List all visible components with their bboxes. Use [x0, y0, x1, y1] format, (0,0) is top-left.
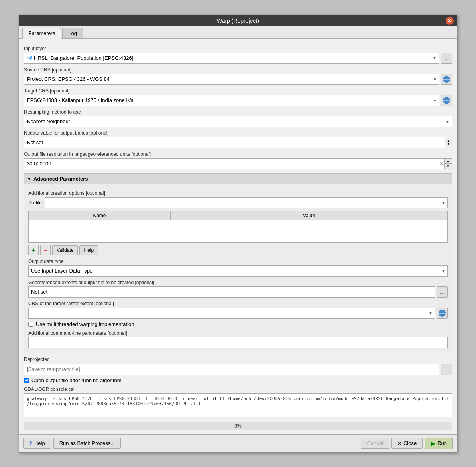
resolution-spin-wrap: ✕ ▲ ▼ — [24, 158, 452, 169]
nodata-input[interactable] — [24, 137, 445, 148]
output-data-type-select[interactable]: Use Input Layer Data Type — [28, 265, 448, 277]
console-label: GDAL/OGR console call — [24, 387, 452, 392]
profile-select-wrap: ▼ — [45, 197, 448, 208]
profile-select[interactable] — [45, 197, 448, 208]
table-col-value-header: Value — [171, 211, 447, 220]
open-output-row: Open output file after running algorithm — [24, 377, 452, 383]
layer-icon: 🗺 — [27, 55, 32, 61]
table-buttons: + − Validate Help — [28, 245, 448, 255]
creation-options-label: Additional creation options [optional] — [28, 190, 448, 196]
table-body — [29, 220, 447, 242]
georef-extents-input[interactable] — [28, 286, 435, 298]
crs-raster-select[interactable] — [28, 308, 435, 319]
bottom-left-buttons: ? Help Run as Batch Process... — [23, 438, 121, 449]
resampling-label: Resampling method to use — [24, 109, 452, 115]
source-crs-select-wrap: Project CRS: EPSG:4326 - WGS 84 ▼ — [24, 74, 439, 85]
profile-row: Profile ▼ — [28, 197, 448, 208]
run-button[interactable]: ▶ Run — [425, 438, 453, 449]
crs-raster-globe-button[interactable] — [437, 308, 448, 319]
input-layer-browse-button[interactable]: … — [441, 53, 452, 64]
help-label: Help — [34, 440, 45, 446]
nodata-label: Nodata value for output bands [optional] — [24, 130, 452, 136]
target-crs-row: EPSG:24383 - Kalianpur 1975 / India zone… — [24, 95, 452, 106]
open-output-label[interactable]: Open output file after running algorithm — [31, 377, 121, 383]
input-layer-row: 🗺 HRSL_Bangalore_Population [EPSG:4326] … — [24, 53, 452, 64]
advanced-section-header[interactable]: ▼ Advanced Parameters — [24, 173, 452, 184]
input-layer-select-wrap: 🗺 HRSL_Bangalore_Population [EPSG:4326] … — [24, 53, 439, 64]
batch-process-button[interactable]: Run as Batch Process... — [53, 438, 121, 449]
progress-text: 0% — [234, 423, 241, 429]
crs-raster-select-wrap: ▼ — [28, 308, 435, 319]
target-crs-select-wrap: EPSG:24383 - Kalianpur 1975 / India zone… — [24, 95, 439, 106]
window-title: Warp (Reproject) — [217, 18, 259, 24]
nodata-spinners: ▲ ▼ — [445, 139, 452, 146]
crs-raster-row: ▼ — [28, 308, 448, 319]
reprojected-browse-button[interactable]: … — [441, 364, 452, 375]
multithreaded-row: Use multithreaded warping implementation — [28, 321, 448, 327]
run-label: Run — [437, 440, 447, 446]
crs-raster-globe-icon — [439, 310, 446, 317]
resolution-row: ✕ ▲ ▼ — [24, 158, 452, 169]
source-crs-globe-button[interactable] — [441, 74, 452, 85]
reprojected-label: Reprojected — [24, 357, 452, 362]
reprojected-section: Reprojected … — [24, 357, 452, 375]
output-data-type-select-wrap: Use Input Layer Data Type ▼ — [28, 265, 448, 277]
help-options-button[interactable]: Help — [79, 245, 98, 255]
georef-extents-row: … — [28, 286, 448, 298]
target-crs-globe-icon — [443, 97, 450, 104]
reprojected-input[interactable] — [24, 364, 439, 375]
input-layer-value: HRSL_Bangalore_Population [EPSG:4326] — [34, 55, 431, 61]
validate-button[interactable]: Validate — [52, 245, 78, 255]
title-bar: Warp (Reproject) ✕ — [19, 15, 457, 26]
bottom-bar: ? Help Run as Batch Process... Cancel ✕ … — [19, 434, 457, 452]
source-crs-select[interactable]: Project CRS: EPSG:4326 - WGS 84 — [24, 74, 439, 85]
target-crs-globe-button[interactable] — [441, 95, 452, 106]
resampling-select-wrap: Nearest Neighbour ▼ — [24, 116, 452, 127]
main-window: Warp (Reproject) ✕ Parameters Log Input … — [19, 15, 457, 453]
reprojected-row: … — [24, 364, 452, 375]
tab-parameters[interactable]: Parameters — [22, 28, 61, 39]
close-button[interactable]: ✕ Close — [391, 438, 423, 449]
resampling-select[interactable]: Nearest Neighbour — [24, 116, 452, 127]
table-header: Name Value — [29, 211, 447, 220]
input-layer-arrow: ▼ — [433, 56, 437, 60]
resolution-input[interactable] — [24, 158, 452, 169]
table-col-name-header: Name — [29, 211, 171, 220]
multithreaded-label[interactable]: Use multithreaded warping implementation — [36, 321, 134, 327]
help-icon: ? — [29, 440, 32, 446]
resolution-spin-down[interactable]: ▼ — [444, 164, 452, 169]
resolution-clear-icon[interactable]: ✕ — [439, 161, 443, 167]
console-textarea[interactable]: gdalwarp -s_srs EPSG:4326 -t_srs EPSG:24… — [24, 393, 452, 417]
resolution-spin-up[interactable]: ▲ — [444, 158, 452, 164]
plus-icon: + — [31, 247, 35, 254]
resampling-row: Nearest Neighbour ▼ — [24, 116, 452, 127]
multithreaded-checkbox[interactable] — [28, 322, 33, 327]
source-crs-row: Project CRS: EPSG:4326 - WGS 84 ▼ — [24, 74, 452, 85]
add-row-button[interactable]: + — [28, 245, 39, 255]
cmdline-input[interactable] — [28, 337, 448, 348]
advanced-content: Additional creation options [optional] P… — [24, 184, 452, 353]
target-crs-select[interactable]: EPSG:24383 - Kalianpur 1975 / India zone… — [24, 95, 439, 106]
remove-row-button[interactable]: − — [40, 245, 51, 255]
resolution-spinners: ▲ ▼ — [444, 158, 452, 169]
window-close-button[interactable]: ✕ — [446, 17, 454, 25]
open-output-checkbox[interactable] — [24, 378, 29, 383]
minus-icon: − — [43, 247, 47, 254]
close-icon: ✕ — [397, 441, 401, 446]
progress-bar-container: 0% — [24, 422, 452, 430]
cancel-button[interactable]: Cancel — [361, 438, 389, 449]
georef-extents-label: Georeferenced extents of output file to … — [28, 280, 448, 285]
advanced-arrow-icon: ▼ — [27, 177, 31, 181]
nodata-row: ▲ ▼ — [24, 137, 452, 148]
help-button[interactable]: ? Help — [23, 438, 51, 449]
nodata-spin-down[interactable]: ▼ — [445, 143, 452, 146]
cmdline-label: Additional command-line parameters [opti… — [28, 330, 448, 336]
advanced-section-title: Advanced Parameters — [33, 176, 88, 182]
input-layer-label: Input layer — [24, 46, 452, 51]
tab-log[interactable]: Log — [62, 28, 83, 38]
tab-bar: Parameters Log — [19, 26, 457, 39]
close-label: Close — [403, 440, 417, 446]
resolution-label: Output file resolution in target georefe… — [24, 151, 452, 157]
source-crs-label: Source CRS [optional] — [24, 67, 452, 73]
georef-extents-browse-button[interactable]: … — [437, 286, 448, 298]
